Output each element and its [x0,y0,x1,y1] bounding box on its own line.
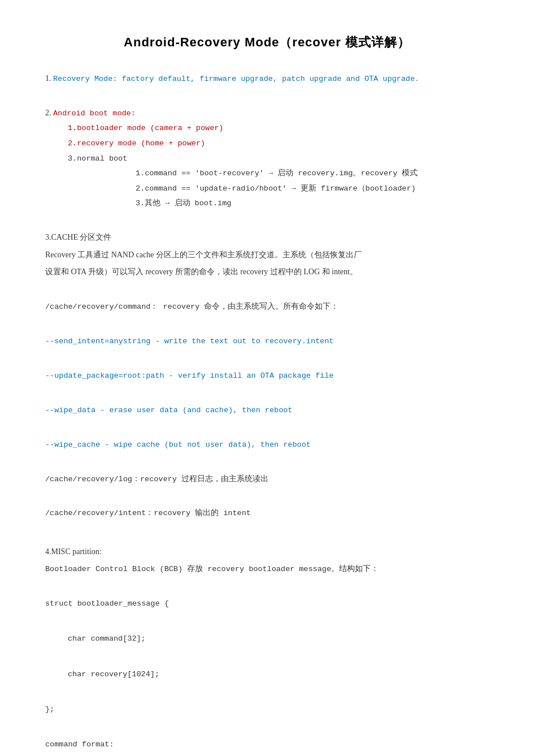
section-cache-cmd: /cache/recovery/command： recovery 命令，由主系… [45,299,489,314]
cmd2-text: --update_package=root:path - verify inst… [45,368,489,383]
spacer-2 [45,221,489,230]
s4-heading: 4.MISC partition: [45,545,489,560]
section-field1: char command[32]; [45,631,489,647]
cmd-format-text: command format: [45,737,489,753]
section-2: 2. Android boot mode: 1.bootloader mode … [45,106,489,211]
cmd4-text: --wipe_cache - wipe cache (but not user … [45,437,489,452]
section-cmd1: --send_intent=anystring - write the text… [45,334,489,349]
spacer-3 [45,290,489,299]
section-cmd-format: command format: [45,737,489,753]
section-intent: /cache/recovery/intent：recovery 输出的 inte… [45,506,489,521]
section-field2: char recovery[1024]; [45,667,489,682]
spacer-5 [45,359,489,368]
s2-item3: 3.normal boot [68,151,489,166]
spacer-9 [45,496,489,506]
section-log: /cache/recovery/log：recovery 过程日志，由主系统读出 [45,472,489,487]
s2-sub3: 3.其他 → 启动 boot.img [136,196,489,211]
s1-prefix: 1. [45,74,53,83]
cache-cmd-label: /cache/recovery/command： recovery 命令，由主系… [45,299,489,314]
s2-indent1: 1.bootloader mode (camera + power) 2.rec… [68,120,489,211]
spacer-10b [45,540,489,545]
section-cmd3: --wipe_data - erase user data (and cache… [45,403,489,418]
spacer-10 [45,531,489,540]
struct-field1: char command[32]; [68,631,489,647]
s2-sub2: 2.command == 'update-radio/hboot' → 更新 f… [136,181,489,196]
spacer-1 [45,97,489,106]
spacer-8 [45,463,489,472]
spacer-13 [45,658,489,667]
spacer-4 [45,325,489,334]
section-struct: struct bootloader_message { [45,596,489,612]
s1-code: Recovery Mode: factory default, firmware… [53,75,419,83]
s3-body2: 设置和 OTA 升级）可以写入 recovery 所需的命令，读出 recove… [45,265,489,280]
s2-sub1: 1.command == 'boot-recovery' → 启动 recove… [136,166,489,181]
s2-heading: 2. Android boot mode: [45,106,489,121]
struct-open: struct bootloader_message { [45,596,489,612]
spacer-6 [45,394,489,403]
section-3: 3.CACHE 分区文件 Recovery 工具通过 NAND cache 分区… [45,230,489,280]
spacer-11 [45,587,489,596]
section-4: 4.MISC partition: Bootloader Control Blo… [45,545,489,577]
page-title: Android-Recovery Mode（recover 模式详解） [45,34,489,51]
section-1: 1. Recovery Mode: factory default, firmw… [45,71,489,87]
s3-heading: 3.CACHE 分区文件 [45,230,489,245]
spacer-15 [45,728,489,737]
spacer-7 [45,428,489,437]
s2-item2: 2.recovery mode (home + power) [68,136,489,151]
s2-heading-text: Android boot mode: [53,109,136,118]
s3-body1: Recovery 工具通过 NAND cache 分区上的三个文件和主系统打交道… [45,248,489,263]
s4-body: Bootloader Control Block (BCB) 存放 recove… [45,561,489,577]
log-label: /cache/recovery/log：recovery 过程日志，由主系统读出 [45,472,489,487]
intent-label: /cache/recovery/intent：recovery 输出的 inte… [45,506,489,521]
section-cmd4: --wipe_cache - wipe cache (but not user … [45,437,489,452]
s2-item1: 1.bootloader mode (camera + power) [68,120,489,136]
struct-close: }; [45,702,489,718]
section-1-text: 1. Recovery Mode: factory default, firmw… [45,71,489,87]
page-container: Android-Recovery Mode（recover 模式详解） 1. R… [0,0,534,756]
spacer-14 [45,693,489,702]
section-struct-close: }; [45,702,489,718]
s2-indent2: 1.command == 'boot-recovery' → 启动 recove… [136,166,489,211]
cmd1-text: --send_intent=anystring - write the text… [45,334,489,349]
struct-field2: char recovery[1024]; [68,667,489,682]
cmd3-text: --wipe_data - erase user data (and cache… [45,403,489,418]
section-cmd2: --update_package=root:path - verify inst… [45,368,489,383]
spacer-12 [45,622,489,631]
